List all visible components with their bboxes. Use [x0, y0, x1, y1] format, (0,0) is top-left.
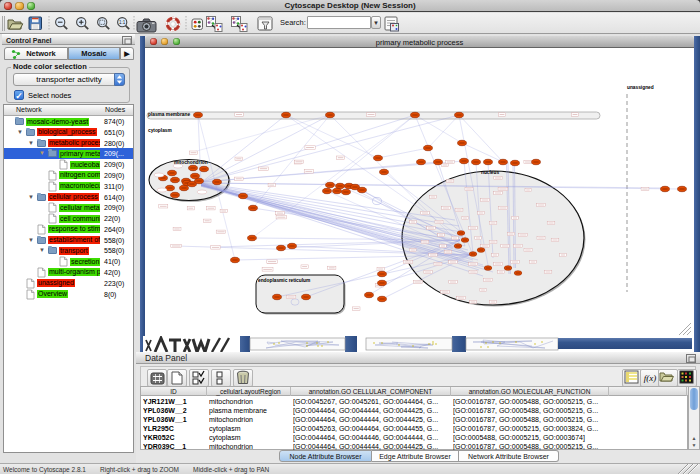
svg-text:nucleus: nucleus	[481, 170, 499, 175]
svg-text:endoplasmic reticulum: endoplasmic reticulum	[258, 278, 310, 283]
svg-text:f(x): f(x)	[644, 373, 657, 383]
svg-text:unassigned: unassigned	[627, 85, 654, 90]
svg-text:cytoplasm: cytoplasm	[148, 128, 172, 133]
svg-text:1:1: 1:1	[119, 20, 126, 25]
svg-text:plasma membrane: plasma membrane	[148, 112, 190, 117]
